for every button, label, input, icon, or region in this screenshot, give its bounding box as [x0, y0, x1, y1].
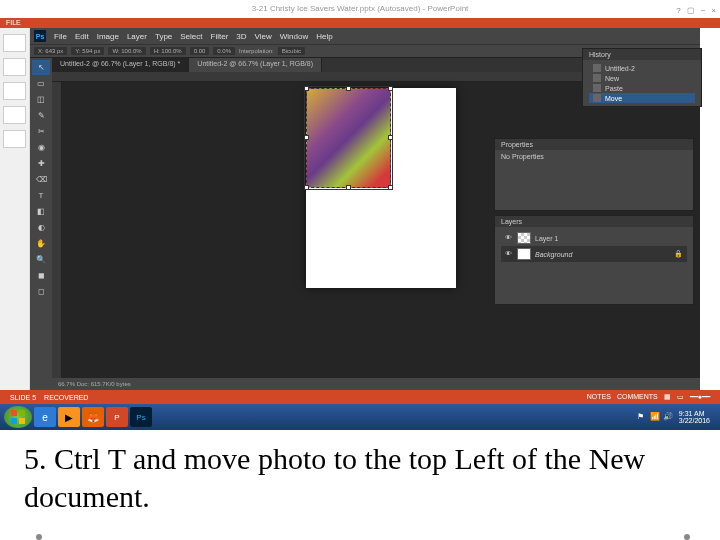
document-canvas[interactable] [306, 88, 456, 288]
transform-handle[interactable] [346, 86, 351, 91]
doc-tab-2[interactable]: Untitled-2 @ 66.7% (Layer 1, RGB/8) [189, 58, 322, 72]
visibility-icon[interactable]: 👁 [505, 250, 513, 258]
transform-handle[interactable] [304, 86, 309, 91]
slide-thumbnail[interactable] [3, 82, 26, 100]
brush-tool-icon[interactable]: ✎ [32, 108, 50, 123]
layers-panel[interactable]: Layers 👁 Layer 1 👁 Background 🔒 [494, 215, 694, 305]
photoshop-window: Ps File Edit Image Layer Type Select Fil… [30, 28, 700, 390]
slide-thumbnail[interactable] [3, 130, 26, 148]
doc-tab-1[interactable]: Untitled-2 @ 66.7% (Layer 1, RGB/8) * [52, 58, 189, 72]
transform-handle[interactable] [388, 135, 393, 140]
heal-tool-icon[interactable]: ✚ [32, 156, 50, 171]
slide-thumbnail[interactable] [3, 58, 26, 76]
history-panel[interactable]: History Untitled-2 New Paste Move [582, 48, 702, 107]
doc-icon [593, 64, 601, 72]
powerpoint-file-tab[interactable]: FILE [0, 18, 27, 27]
menu-window[interactable]: Window [280, 32, 308, 41]
recovered-indicator[interactable]: RECOVERED [44, 394, 88, 401]
transform-handle[interactable] [346, 185, 351, 190]
layer-thumbnail[interactable] [517, 232, 531, 244]
start-button[interactable] [4, 406, 32, 428]
menu-help[interactable]: Help [316, 32, 332, 41]
background-color-icon[interactable]: ◻ [32, 284, 50, 299]
move-tool-icon[interactable]: ↖ [32, 60, 50, 75]
transform-handle[interactable] [304, 185, 309, 190]
history-item[interactable]: New [589, 73, 695, 83]
comments-button[interactable]: COMMENTS [617, 393, 658, 401]
view-normal-icon[interactable]: ▦ [664, 393, 671, 401]
slide-thumbnail[interactable] [3, 34, 26, 52]
option-angle[interactable]: 0.00 [190, 47, 210, 55]
notes-button[interactable]: NOTES [587, 393, 611, 401]
menu-view[interactable]: View [255, 32, 272, 41]
view-slideshow-icon[interactable]: ▭ [677, 393, 684, 401]
eyedropper-tool-icon[interactable]: ◉ [32, 140, 50, 155]
powerpoint-slide-panel [0, 28, 30, 390]
visibility-icon[interactable]: 👁 [505, 234, 513, 242]
menu-type[interactable]: Type [155, 32, 172, 41]
clock[interactable]: 9:31 AM 3/22/2016 [679, 410, 710, 424]
history-panel-header[interactable]: History [583, 49, 701, 60]
transform-handle[interactable] [388, 86, 393, 91]
menu-filter[interactable]: Filter [211, 32, 229, 41]
properties-panel-header[interactable]: Properties [495, 139, 693, 150]
dodge-tool-icon[interactable]: ◐ [32, 220, 50, 235]
layers-panel-header[interactable]: Layers [495, 216, 693, 227]
menu-layer[interactable]: Layer [127, 32, 147, 41]
option-x[interactable]: X: 643 px [34, 47, 67, 55]
crop-tool-icon[interactable]: ◫ [32, 92, 50, 107]
layer-row[interactable]: 👁 Background 🔒 [501, 246, 687, 262]
taskbar-media-icon[interactable]: ▶ [58, 407, 80, 427]
layer-name: Layer 1 [535, 235, 558, 242]
transform-handle[interactable] [388, 185, 393, 190]
layer-row[interactable]: 👁 Layer 1 [501, 230, 687, 246]
slide-thumbnail[interactable] [3, 106, 26, 124]
powerpoint-statusbar: SLIDE 5 RECOVERED NOTES COMMENTS ▦ ▭ ━━●… [0, 390, 720, 404]
option-bicubic[interactable]: Bicubic [278, 47, 305, 55]
properties-panel[interactable]: Properties No Properties [494, 138, 694, 211]
history-item[interactable]: Paste [589, 83, 695, 93]
menu-image[interactable]: Image [97, 32, 119, 41]
decorative-dot [36, 534, 42, 540]
layer-name: Background [535, 251, 572, 258]
photoshop-toolbar: ↖ ▭ ◫ ✎ ✂ ◉ ✚ ⌫ T ◧ ◐ ✋ 🔍 ◼ ◻ [30, 58, 52, 390]
option-h[interactable]: H: 100.0% [150, 47, 186, 55]
hand-tool-icon[interactable]: ✋ [32, 236, 50, 251]
option-y[interactable]: Y: 594 px [71, 47, 104, 55]
properties-text: No Properties [501, 153, 544, 160]
menu-edit[interactable]: Edit [75, 32, 89, 41]
eraser-tool-icon[interactable]: ⌫ [32, 172, 50, 187]
svg-rect-3 [19, 418, 25, 424]
clock-date: 3/22/2016 [679, 417, 710, 424]
slide-indicator[interactable]: SLIDE 5 [10, 394, 36, 401]
taskbar-photoshop-icon[interactable]: Ps [130, 407, 152, 427]
menu-select[interactable]: Select [180, 32, 202, 41]
option-interp[interactable]: 0.0% [213, 47, 235, 55]
zoom-tool-icon[interactable]: 🔍 [32, 252, 50, 267]
type-tool-icon[interactable]: T [32, 188, 50, 203]
history-item[interactable]: Move [589, 93, 695, 103]
history-item[interactable]: Untitled-2 [589, 63, 695, 73]
zoom-slider[interactable]: ━━●━━ [690, 393, 710, 401]
foreground-color-icon[interactable]: ◼ [32, 268, 50, 283]
taskbar-firefox-icon[interactable]: 🦊 [82, 407, 104, 427]
gradient-tool-icon[interactable]: ◧ [32, 204, 50, 219]
transform-handle[interactable] [304, 135, 309, 140]
layer-thumbnail[interactable] [517, 248, 531, 260]
system-tray: ⚑ 📶 🔊 9:31 AM 3/22/2016 [637, 410, 716, 424]
tray-volume-icon[interactable]: 🔊 [663, 412, 673, 422]
tray-network-icon[interactable]: 📶 [650, 412, 660, 422]
marquee-tool-icon[interactable]: ▭ [32, 76, 50, 91]
photoshop-logo-icon: Ps [34, 30, 46, 42]
menu-file[interactable]: File [54, 32, 67, 41]
option-w[interactable]: W: 100.0% [108, 47, 145, 55]
menu-3d[interactable]: 3D [236, 32, 246, 41]
clock-time: 9:31 AM [679, 410, 710, 417]
taskbar-ie-icon[interactable]: e [34, 407, 56, 427]
lasso-tool-icon[interactable]: ✂ [32, 124, 50, 139]
transformed-photo[interactable] [306, 88, 391, 188]
tray-flag-icon[interactable]: ⚑ [637, 412, 647, 422]
photoshop-statusbar: 66.7% Doc: 615.7K/0 bytes [52, 378, 700, 390]
taskbar-powerpoint-icon[interactable]: P [106, 407, 128, 427]
powerpoint-titlebar: 3-21 Christy Ice Savers Water.pptx (Auto… [0, 0, 720, 18]
